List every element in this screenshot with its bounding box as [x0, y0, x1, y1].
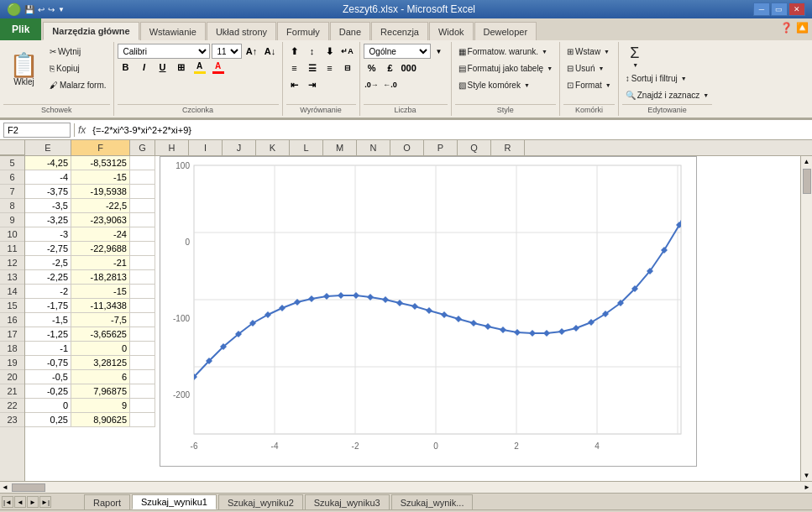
cell-G8[interactable]: [130, 199, 155, 212]
cell-E19[interactable]: -0,75: [25, 356, 71, 369]
cell-F10[interactable]: -24: [71, 227, 130, 241]
col-header-K[interactable]: K: [256, 140, 290, 155]
merge-cells-button[interactable]: ⊟: [339, 60, 356, 76]
cell-F14[interactable]: -15: [71, 285, 130, 298]
tab-dane[interactable]: Dane: [330, 22, 370, 40]
format-painter-button[interactable]: 🖌 Malarz form.: [46, 77, 110, 92]
col-header-F[interactable]: F: [71, 140, 130, 155]
cell-F23[interactable]: 8,90625: [71, 413, 130, 426]
col-header-P[interactable]: P: [424, 140, 458, 155]
row-num-9[interactable]: 9: [0, 213, 24, 227]
cell-F11[interactable]: -22,9688: [71, 242, 130, 255]
row-num-11[interactable]: 11: [0, 242, 24, 256]
cell-F21[interactable]: 7,96875: [71, 384, 130, 398]
row-num-17[interactable]: 17: [0, 327, 24, 342]
cell-G13[interactable]: [130, 270, 155, 284]
insert-button[interactable]: ⊞ Wstaw ▼: [563, 44, 615, 59]
cell-F9[interactable]: -23,9063: [71, 213, 130, 227]
percent-button[interactable]: %: [364, 60, 380, 76]
cell-G21[interactable]: [130, 384, 155, 398]
row-num-19[interactable]: 19: [0, 356, 24, 370]
scroll-left-button[interactable]: ◄: [2, 483, 8, 491]
sheet-tab-szukaj3[interactable]: Szukaj_wyniku3: [305, 494, 390, 509]
cell-E20[interactable]: -0,5: [25, 370, 71, 384]
tab-formuly[interactable]: Formuły: [277, 22, 329, 40]
scroll-up-button[interactable]: ▲: [802, 156, 812, 167]
cell-F13[interactable]: -18,2813: [71, 270, 130, 284]
close-button[interactable]: ✕: [788, 3, 805, 16]
name-box[interactable]: [3, 123, 71, 138]
col-header-I[interactable]: I: [189, 140, 223, 155]
row-num-10[interactable]: 10: [0, 227, 24, 242]
align-bottom-button[interactable]: ⬇: [322, 44, 338, 59]
italic-button[interactable]: I: [136, 60, 153, 75]
cell-F5[interactable]: -8,53125: [71, 156, 130, 170]
col-header-O[interactable]: O: [390, 140, 424, 155]
cell-E9[interactable]: -3,25: [25, 213, 71, 227]
border-button[interactable]: ⊞: [173, 60, 190, 75]
chart-area[interactable]: -6 -4 -2 0 2 4 100 0 -100 -200: [160, 156, 697, 467]
cell-F16[interactable]: -7,5: [71, 313, 130, 327]
cell-E11[interactable]: -2,75: [25, 242, 71, 255]
conditional-format-button[interactable]: ▦ Formatow. warunk. ▼: [455, 44, 557, 59]
cell-E16[interactable]: -1,5: [25, 313, 71, 327]
cell-G6[interactable]: [130, 170, 155, 184]
cell-E17[interactable]: -1,25: [25, 327, 71, 341]
row-num-23[interactable]: 23: [0, 413, 24, 427]
tab-wstawianie[interactable]: Wstawianie: [140, 22, 206, 40]
col-header-Q[interactable]: Q: [458, 140, 491, 155]
cell-E8[interactable]: -3,5: [25, 199, 71, 212]
sheet-tab-szukaj2[interactable]: Szukaj_wyniku2: [218, 494, 303, 509]
sheet-nav-first[interactable]: |◄: [2, 496, 13, 508]
cell-G19[interactable]: [130, 356, 155, 369]
cell-G12[interactable]: [130, 256, 155, 269]
tab-widok[interactable]: Widok: [429, 22, 474, 40]
row-num-16[interactable]: 16: [0, 313, 24, 327]
cell-E14[interactable]: -2: [25, 285, 71, 298]
paste-button[interactable]: 📋 Wklej: [3, 44, 45, 96]
scroll-right-button[interactable]: ►: [804, 483, 810, 491]
row-num-13[interactable]: 13: [0, 270, 24, 285]
cell-G7[interactable]: [130, 185, 155, 198]
cell-F20[interactable]: 6: [71, 370, 130, 384]
thousands-button[interactable]: 000: [401, 60, 417, 76]
fx-label[interactable]: fx: [78, 124, 86, 136]
format-button[interactable]: ⊡ Format ▼: [563, 77, 615, 92]
cell-G16[interactable]: [130, 313, 155, 327]
tab-recenzja[interactable]: Recenzja: [371, 22, 428, 40]
scroll-down-button[interactable]: ▼: [802, 470, 812, 481]
cell-G9[interactable]: [130, 213, 155, 227]
cell-G14[interactable]: [130, 285, 155, 298]
decimal-decrease-button[interactable]: ←.0: [382, 77, 399, 92]
bold-button[interactable]: B: [118, 60, 134, 75]
col-header-N[interactable]: N: [357, 140, 390, 155]
cell-E15[interactable]: -1,75: [25, 299, 71, 312]
cell-F19[interactable]: 3,28125: [71, 356, 130, 369]
cell-E7[interactable]: -3,75: [25, 185, 71, 198]
cell-E23[interactable]: 0,25: [25, 413, 71, 426]
cell-F7[interactable]: -19,5938: [71, 185, 130, 198]
cell-E21[interactable]: -0,25: [25, 384, 71, 398]
vertical-scrollbar[interactable]: ▲ ▼: [800, 156, 812, 481]
cell-G15[interactable]: [130, 299, 155, 312]
cell-G17[interactable]: [130, 327, 155, 341]
font-name-select[interactable]: Calibri: [118, 44, 210, 59]
format-as-table-button[interactable]: ▤ Formatuj jako tabelę ▼: [455, 60, 557, 76]
cell-G22[interactable]: [130, 399, 155, 412]
col-header-L[interactable]: L: [290, 140, 323, 155]
indent-more-button[interactable]: ⇥: [304, 77, 321, 92]
row-num-20[interactable]: 20: [0, 370, 24, 384]
find-select-button[interactable]: 🔍 Znajdź i zaznacz ▼: [622, 87, 712, 102]
tab-deweloper[interactable]: Deweloper: [474, 22, 537, 40]
sort-filter-button[interactable]: ↕ Sortuj i filtruj ▼: [622, 71, 690, 86]
cell-F6[interactable]: -15: [71, 170, 130, 184]
row-num-12[interactable]: 12: [0, 256, 24, 270]
cell-E6[interactable]: -4: [25, 170, 71, 184]
sheet-tab-szukaj1[interactable]: Szukaj_wyniku1: [132, 494, 217, 509]
col-header-H[interactable]: H: [155, 140, 189, 155]
cell-G20[interactable]: [130, 370, 155, 384]
wrap-text-button[interactable]: ↵A: [339, 44, 356, 59]
cut-button[interactable]: ✂ Wytnij: [46, 44, 110, 59]
underline-button[interactable]: U: [155, 60, 171, 75]
h-scroll-thumb[interactable]: [12, 483, 45, 492]
